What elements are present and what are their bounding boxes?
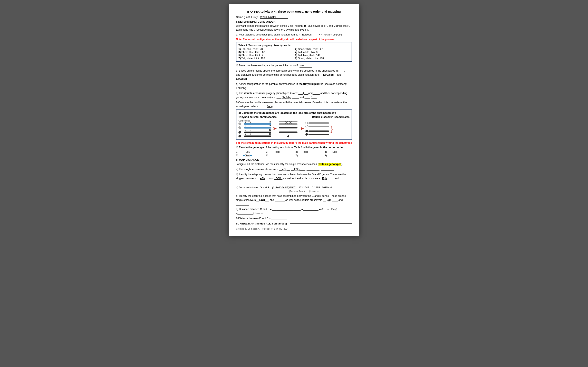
recomb-freq-label-e: (Recomb. Freq.) — [321, 208, 337, 210]
gene-e-lower2: e — [245, 133, 246, 135]
recombinant-diagram — [305, 122, 329, 136]
recombinant-label: Double crossover recombinants — [312, 116, 350, 118]
list-item: 8) Short, white, thick: 118 — [295, 57, 350, 60]
trihybrid-label: Trihybrid parental chromosomes — [238, 116, 277, 118]
geno-item-3: 3)____egB_______ — [295, 150, 323, 153]
part-e-geno2: 5 — [311, 96, 312, 99]
tester-label: (tester) — [324, 33, 332, 36]
distance-label: (distance) — [305, 190, 319, 193]
gene-b-upper2: b — [269, 125, 271, 127]
figure-g-title: g) Complete the figure (genes are locate… — [238, 111, 350, 114]
part-f-ans: / ebg — [267, 105, 273, 108]
cross-symbol: × — [319, 33, 321, 36]
part-c-eq1: 253/1547 — [298, 186, 309, 189]
table1-title: Table 1. Test-cross progeny phenotypes #… — [238, 44, 350, 47]
part-a-prefix: a) Your testcross genotypes (use slash n… — [236, 33, 298, 36]
name-line: Name (Last, First): White, Naomi — [236, 15, 352, 18]
section-iii-line: III. FINAL MAP (include ALL 3 distances)… — [236, 222, 352, 225]
gene-e-lower: e — [245, 129, 246, 131]
part-e-line: e) The double crossover progeny phenotyp… — [236, 91, 352, 99]
gene-e-upper: E — [245, 121, 246, 123]
list-item: 2) Short, white, thin: 147 — [295, 48, 350, 50]
distance-label-e: (distance) — [253, 212, 263, 215]
crossover-diagram: ✕ ✕ — [278, 120, 298, 137]
geno-item-7: 7)_______________ — [295, 154, 323, 157]
ignore-label: ignore the male gamete — [289, 142, 318, 144]
part-c-eq2: 0.1635 — [312, 186, 320, 189]
write-genotypes: write as genotypes — [319, 163, 342, 166]
text-dot — [243, 155, 245, 156]
curly-arrow: } — [330, 125, 333, 132]
section-ii-part-d: d) Identify the offspring classes that h… — [236, 194, 352, 206]
part-b-line: b) Based on these results, are the genes… — [236, 63, 352, 68]
arrow-right-2: ➤ — [300, 126, 304, 131]
part-f-line: f) Compare the double crossover classes … — [236, 100, 352, 108]
part-c-geno1: EbG/ebg — [323, 73, 334, 76]
male-geno: ebg/ebg — [332, 33, 349, 37]
gene-e-upper2: E — [245, 125, 246, 127]
section-ii-part-e: e) Distance between G and B = __________… — [236, 207, 352, 215]
part-c-eq3: 1635 cM — [322, 186, 332, 189]
geno-item-6: 6)_______________ — [266, 154, 294, 157]
part-c-labels: (Recomb. Freq.) (distance) — [236, 190, 352, 193]
part-e-num1: 4 — [303, 92, 304, 95]
gene-g-upper: G — [250, 121, 251, 123]
list-item: 7) Tall, white, thick: 498 — [238, 57, 293, 60]
part-h-line: h) Rewrite the genotype of the mating re… — [236, 145, 352, 150]
male-symbol: ♂ — [321, 33, 323, 36]
page: BIO 340 Activity # 4: Three-point cross,… — [229, 4, 359, 236]
part-e-geno1: Ebg/ebg — [282, 96, 291, 99]
double-crossover-label: double crossover — [244, 92, 265, 95]
section-i-header: I. DETERMINING GENE ORDER — [236, 20, 352, 23]
list-item: 5) Short, blue, thick: 7 — [238, 54, 293, 57]
final-map-line — [290, 224, 352, 224]
text-label: Text — [245, 154, 250, 157]
list-item: 1) Tall, blue, thin: 120 — [238, 48, 293, 50]
section-iii-header: III. FINAL MAP (include ALL 3 distances)… — [236, 222, 288, 225]
recomb-freq-label: (Recomb. Freq.) — [289, 190, 305, 193]
part-b-text: b) Based on these results, are the genes… — [236, 64, 298, 67]
name-label: Name (Last, First): — [236, 16, 258, 18]
part-c-formula: (118+120+8*7)/1547 — [272, 186, 296, 189]
section-ii-header: II. MAP DISTANCE — [236, 158, 352, 161]
part-b-answer: yes — [300, 63, 312, 68]
part-d-ans: EbG/ebg — [236, 87, 246, 90]
part-d-line: d) Actual configuration of the parental … — [236, 82, 352, 90]
gene-g-lower2: g — [250, 133, 251, 135]
page-title: BIO 340 Activity # 4: Three-point cross,… — [236, 10, 352, 13]
gene-g-upper2: G — [250, 125, 251, 127]
list-item: 4) Tall, white, thin: 8 — [295, 51, 350, 54]
female-symbol: ♀ — [299, 33, 302, 36]
gene-b-lower2: B — [269, 133, 271, 135]
section-i-intro: We want to map the distance between gene… — [236, 24, 352, 32]
geno-item-2: 2)_____egb__________ — [266, 150, 294, 153]
section-ii-part-a: a) The single crossover classes are: __e… — [236, 167, 352, 171]
single-crossover-label: single crossover — [244, 168, 264, 171]
geno-item-5: 5)___ Text — [236, 154, 264, 157]
section-ii-part-c: c) Distance between G and E = (118+120+8… — [236, 185, 352, 193]
section-ii-part-f: f) Distance between E and B = __________… — [236, 216, 352, 220]
text-dot2 — [250, 155, 252, 156]
red-instruction: For the remaining questions in this Acti… — [236, 142, 352, 144]
gene-b-lower: B — [269, 129, 271, 131]
part-d-bold: in the trihybrid plant — [296, 83, 320, 85]
part-c-geno-pre: eBg/Ebg — [241, 73, 251, 76]
geno-item-1: 1)_____EgB__________ — [236, 150, 264, 153]
footer: Created by Dr. Susan A. Holechek for BIO… — [236, 227, 352, 230]
genotype-bold: genotype — [252, 146, 264, 149]
geno-item-4: 4)____Egb________ — [325, 150, 352, 153]
figure-g-box: g) Complete the figure (genes are locate… — [236, 109, 352, 140]
geno-item-8: 8)_______________ — [325, 154, 352, 157]
gene-b-upper: b — [269, 121, 271, 123]
list-item: 6) Tall, blue, thick: 149 — [295, 54, 350, 57]
female-geno: Ebg/ebg — [302, 33, 318, 37]
centromeres-label: Centromeres — [238, 120, 271, 122]
part-c-geno2: EbG/eBg — [236, 77, 247, 80]
name-value: White, Naomi — [260, 15, 288, 18]
table1-items: 1) Tall, blue, thin: 120 2) Short, white… — [238, 48, 350, 60]
section-ii-intro: To figure out the distance, we must iden… — [236, 162, 352, 166]
part-c-line: c) Based on the results above, the paren… — [236, 69, 352, 81]
section-ii-part-b: b) Identify the offspring classes that h… — [236, 172, 352, 184]
arrow-right: ➤ — [273, 126, 277, 131]
list-item: 3) Short, blue, thin: 500 — [238, 51, 293, 54]
